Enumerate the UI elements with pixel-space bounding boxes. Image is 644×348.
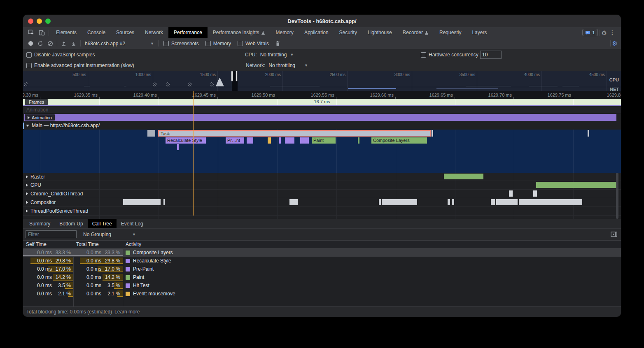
- track-compositor[interactable]: Compositor: [23, 198, 621, 207]
- show-sidebar-icon[interactable]: [611, 232, 617, 237]
- bottom-tab-bottom-up[interactable]: Bottom-Up: [55, 219, 87, 228]
- reload-and-record-icon[interactable]: [35, 39, 45, 49]
- tab-network[interactable]: Network: [140, 27, 168, 38]
- track-raster[interactable]: Raster: [23, 173, 621, 181]
- more-options-icon[interactable]: ⋮: [607, 29, 618, 36]
- activity-segment[interactable]: [533, 190, 537, 197]
- tab-application[interactable]: Application: [299, 27, 334, 38]
- memory-checkbox[interactable]: Memory: [205, 41, 231, 46]
- disable-js-samples-checkbox[interactable]: Disable JavaScript samples: [26, 52, 95, 58]
- timeline-overview[interactable]: CPU NET 500 ms1000 ms1500 ms2000 ms2500 …: [23, 71, 621, 91]
- event-segment[interactable]: [588, 130, 589, 137]
- event-segment[interactable]: [279, 137, 281, 144]
- window-title: DevTools - h68otc.csb.app/: [23, 18, 621, 24]
- activity-segment[interactable]: [289, 199, 298, 205]
- vertical-scrollbar[interactable]: [616, 173, 618, 219]
- issues-badge[interactable]: 1: [582, 29, 597, 36]
- network-throttle-select[interactable]: No throttling: [268, 63, 295, 68]
- tab-layers[interactable]: Layers: [467, 27, 492, 38]
- hardware-concurrency-checkbox[interactable]: Hardware concurrency: [421, 52, 478, 58]
- activity-segment[interactable]: [536, 182, 616, 188]
- hardware-concurrency-input[interactable]: [480, 51, 502, 59]
- cpu-throttle-select[interactable]: No throttling: [260, 52, 287, 58]
- save-profile-icon[interactable]: [69, 39, 79, 49]
- tab-performance-insights[interactable]: Performance insights: [208, 27, 271, 38]
- event-segment[interactable]: [147, 130, 155, 137]
- event-segment[interactable]: [300, 137, 309, 144]
- event-segment[interactable]: [432, 130, 433, 137]
- tab-recorder[interactable]: Recorder: [397, 27, 434, 38]
- tab-requestly[interactable]: Requestly: [434, 27, 467, 38]
- event-segment[interactable]: [177, 144, 179, 150]
- bottom-tab-summary[interactable]: Summary: [25, 219, 55, 228]
- tab-lighthouse[interactable]: Lighthouse: [362, 27, 397, 38]
- activity-segment[interactable]: [509, 190, 513, 197]
- activity-segment[interactable]: [163, 199, 165, 205]
- screenshots-checkbox[interactable]: Screenshots: [163, 41, 199, 46]
- table-row[interactable]: 0.0 ms17.0 %0.0 ms17.0 %Pre-Paint: [23, 265, 621, 273]
- advanced-paint-checkbox[interactable]: Enable advanced paint instrumentation (s…: [26, 63, 134, 68]
- main-track-header[interactable]: Main — https://h68otc.csb.app/: [23, 121, 621, 130]
- track-label: Compositor: [26, 200, 56, 205]
- activity-segment[interactable]: [123, 199, 161, 205]
- activity-segment[interactable]: [519, 199, 582, 205]
- event-recalculate-style[interactable]: Recalculate Style: [166, 137, 206, 144]
- table-row[interactable]: 0.0 ms29.8 %0.0 ms29.8 %Recalculate Styl…: [23, 257, 621, 265]
- tab-sources[interactable]: Sources: [111, 27, 140, 38]
- animation-bar[interactable]: [24, 114, 616, 121]
- event-segment[interactable]: [268, 137, 271, 144]
- tab-performance[interactable]: Performance: [168, 27, 208, 38]
- timeline-ruler[interactable]: 1629.30 ms1629.35 ms1629.40 ms1629.45 ms…: [23, 91, 621, 99]
- filter-input[interactable]: [26, 230, 77, 238]
- grouping-select[interactable]: No Grouping ▼: [83, 232, 136, 237]
- event-pr-nt[interactable]: Pr…nt: [226, 137, 244, 144]
- web-vitals-checkbox[interactable]: Web Vitals: [238, 41, 269, 46]
- event-segment[interactable]: [285, 137, 294, 144]
- header-self-time[interactable]: Self Time: [23, 241, 73, 247]
- load-profile-icon[interactable]: [59, 39, 69, 49]
- activity-segment[interactable]: [491, 199, 495, 205]
- bottom-tab-call-tree[interactable]: Call Tree: [88, 219, 117, 228]
- tab-console[interactable]: Console: [82, 27, 111, 38]
- event-composite-layers[interactable]: Composite Layers: [371, 137, 427, 144]
- main-flame-chart[interactable]: TaskRecalculate StylePr…ntPaintComposite…: [23, 130, 621, 173]
- selection-handle-left[interactable]: [231, 71, 233, 81]
- event-segment[interactable]: [358, 137, 359, 144]
- activity-segment[interactable]: [499, 199, 518, 205]
- activity-segment[interactable]: [452, 199, 454, 205]
- tab-elements[interactable]: Elements: [51, 27, 82, 38]
- track-chrome_childiothread[interactable]: Chrome_ChildIOThread: [23, 190, 621, 198]
- history-select[interactable]: h68otc.csb.app #2 ▼: [82, 41, 156, 46]
- track-threadpoolservicethread[interactable]: ThreadPoolServiceThread: [23, 207, 621, 216]
- activity-segment[interactable]: [379, 199, 381, 205]
- header-activity[interactable]: Activity: [123, 241, 141, 247]
- record-button[interactable]: [26, 39, 35, 49]
- device-toolbar-icon[interactable]: [36, 27, 47, 38]
- activity-segment[interactable]: [448, 199, 450, 205]
- settings-gear-icon[interactable]: ⚙: [602, 30, 607, 36]
- frames-track[interactable]: Frames16.7 ms: [23, 99, 621, 106]
- activity-segment[interactable]: [444, 174, 483, 179]
- event-task[interactable]: Task: [158, 130, 431, 137]
- event-paint[interactable]: Paint: [312, 137, 336, 144]
- clear-icon[interactable]: [45, 39, 55, 49]
- trash-icon[interactable]: [273, 39, 283, 49]
- learn-more-link[interactable]: Learn more: [114, 309, 140, 315]
- tab-memory[interactable]: Memory: [271, 27, 299, 38]
- table-row[interactable]: 0.0 ms2.1 %0.0 ms2.1 %Event: mousemove: [23, 290, 621, 298]
- track-gpu[interactable]: GPU: [23, 181, 621, 190]
- inspect-element-icon[interactable]: [26, 27, 36, 38]
- activity-segment[interactable]: [382, 199, 417, 205]
- table-row[interactable]: 0.0 ms14.2 %0.0 ms14.2 %Paint: [23, 273, 621, 281]
- playhead-line[interactable]: [193, 91, 194, 216]
- animations-track[interactable]: Animation: [23, 114, 621, 121]
- event-segment[interactable]: [247, 137, 253, 144]
- capture-settings-gear-icon[interactable]: ⚙: [612, 40, 618, 46]
- table-row[interactable]: 0.0 ms3.5 %0.0 ms3.5 %Hit Test: [23, 281, 621, 290]
- selection-handle-right[interactable]: [236, 71, 238, 81]
- bottom-tab-event-log[interactable]: Event Log: [117, 219, 148, 228]
- table-row[interactable]: 0.0 ms33.3 %0.0 ms33.3 %Composite Layers: [23, 248, 621, 257]
- header-total-time[interactable]: Total Time: [73, 241, 123, 247]
- tab-security[interactable]: Security: [334, 27, 362, 38]
- animation-track-badge[interactable]: Animation: [25, 114, 55, 121]
